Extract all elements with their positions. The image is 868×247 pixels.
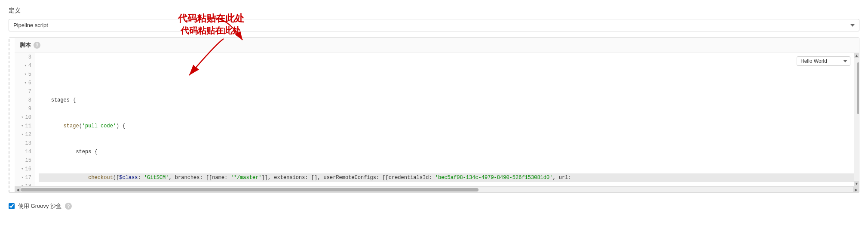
line-num-3: 3 xyxy=(18,53,31,62)
scroll-left-button[interactable]: ◀ xyxy=(15,187,21,193)
pipeline-dropdown-row: Pipeline script Pipeline script from SCM xyxy=(9,19,859,31)
line-num-14: 14 xyxy=(18,148,31,156)
script-header-label: 脚本 xyxy=(20,41,31,49)
script-header: 脚本 ? xyxy=(15,38,859,53)
fold-arrow[interactable]: ▾ xyxy=(21,113,23,122)
vertical-scrollbar[interactable]: ▲ ▼ xyxy=(854,53,859,186)
pipeline-select[interactable]: Pipeline script Pipeline script from SCM xyxy=(9,19,859,31)
line-num-17: ▾ 17 xyxy=(18,173,31,182)
line-num-16: ▾ 16 xyxy=(18,165,31,173)
horizontal-scrollbar-thumb[interactable] xyxy=(21,188,478,191)
code-line-7: checkout([$class: 'GitSCM', branches: [[… xyxy=(39,173,854,182)
horizontal-scrollbar-track xyxy=(21,187,853,192)
line-number: 9 xyxy=(28,105,31,113)
code-content[interactable]: stages { stage('pull code') { steps { ch… xyxy=(35,53,854,186)
line-number: 5 xyxy=(28,70,31,79)
fold-arrow[interactable]: ▾ xyxy=(24,62,26,70)
fold-arrow[interactable]: ▾ xyxy=(21,182,23,186)
line-number: 10 xyxy=(25,113,31,122)
line-number: 3 xyxy=(28,53,31,62)
line-num-10: ▾ 10 xyxy=(18,113,31,122)
editor-area: Hello World GitHub + Maven Scripted Pipe… xyxy=(15,53,859,186)
script-help-icon[interactable]: ? xyxy=(34,42,40,49)
scroll-up-button[interactable]: ▲ xyxy=(854,53,859,58)
line-number: 17 xyxy=(25,173,31,182)
fold-arrow[interactable]: ▾ xyxy=(21,130,23,139)
code-line-6: steps { xyxy=(39,148,854,156)
example-select[interactable]: Hello World GitHub + Maven Scripted Pipe… xyxy=(797,56,850,66)
line-number: 16 xyxy=(25,165,31,173)
section-title: 定义 xyxy=(9,7,859,15)
line-num-5: ▾ 5 xyxy=(18,70,31,79)
fold-arrow[interactable]: ▾ xyxy=(21,173,23,182)
groovy-sandbox-checkbox[interactable] xyxy=(9,203,15,209)
line-number: 7 xyxy=(28,87,31,96)
line-number: 15 xyxy=(25,156,31,165)
horizontal-scrollbar[interactable]: ◀ ▶ xyxy=(15,186,859,192)
scroll-down-button[interactable]: ▼ xyxy=(854,181,859,186)
top-right-dropdown-container: Hello World GitHub + Maven Scripted Pipe… xyxy=(797,56,850,66)
code-editor: 3 ▾ 4 ▾ 5 ▾ 6 xyxy=(15,53,854,186)
line-num-9: 9 xyxy=(18,105,31,113)
fold-arrow[interactable]: ▾ xyxy=(24,79,26,87)
line-num-8: 8 xyxy=(18,96,31,105)
line-num-6: ▾ 6 xyxy=(18,79,31,87)
line-number: 11 xyxy=(25,122,31,130)
line-number: 14 xyxy=(25,148,31,156)
line-number: 6 xyxy=(28,79,31,87)
line-num-11: ▾ 11 xyxy=(18,122,31,130)
fold-arrow[interactable]: ▾ xyxy=(21,122,23,130)
line-num-18: ▾ 18 xyxy=(18,182,31,186)
line-num-12: ▾ 12 xyxy=(18,130,31,139)
groovy-sandbox-help-icon[interactable]: ? xyxy=(65,203,72,210)
line-num-4: ▾ 4 xyxy=(18,62,31,70)
line-number: 18 xyxy=(25,182,31,186)
groovy-sandbox-label: 使用 Groovy 沙盒 xyxy=(18,202,61,210)
line-num-15: 15 xyxy=(18,156,31,165)
vertical-scrollbar-thumb[interactable] xyxy=(857,62,859,114)
line-numbers: 3 ▾ 4 ▾ 5 ▾ 6 xyxy=(15,53,35,186)
line-num-7: 7 xyxy=(18,87,31,96)
bottom-row: 使用 Groovy 沙盒 ? xyxy=(9,199,859,210)
line-number: 13 xyxy=(25,139,31,148)
line-num-13: 13 xyxy=(18,139,31,148)
code-scrollable[interactable]: 3 ▾ 4 ▾ 5 ▾ 6 xyxy=(15,53,854,186)
code-line-3 xyxy=(39,70,854,79)
line-number: 12 xyxy=(25,130,31,139)
code-line-5: stage('pull code') { xyxy=(39,122,854,130)
scroll-right-button[interactable]: ▶ xyxy=(853,187,859,193)
code-line-4: stages { xyxy=(39,96,854,105)
fold-arrow[interactable]: ▾ xyxy=(24,70,26,79)
line-number: 4 xyxy=(28,62,31,70)
fold-arrow[interactable]: ▾ xyxy=(21,165,23,173)
script-panel: 脚本 ? 代码粘贴在此处 Hello World GitHu xyxy=(9,37,859,193)
line-number: 8 xyxy=(28,96,31,105)
